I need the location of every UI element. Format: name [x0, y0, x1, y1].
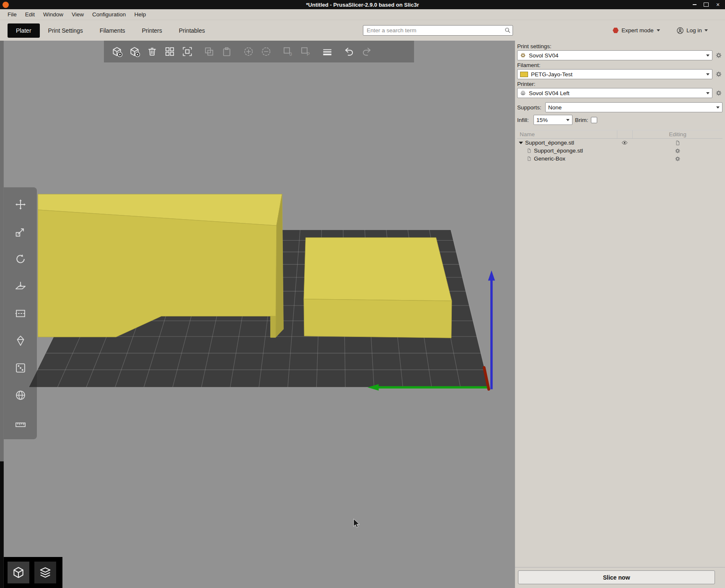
tab-printers[interactable]: Printers	[134, 23, 171, 38]
infill-label: Infill:	[517, 117, 531, 123]
undo-button[interactable]	[340, 42, 358, 61]
printer-row: Sovol SV04 Left	[517, 88, 722, 98]
right-sidebar: Print settings: Sovol SV04 Filament: PET…	[515, 41, 725, 588]
minus-circle-icon	[261, 46, 272, 57]
arrange-button[interactable]	[161, 42, 179, 61]
menu-window[interactable]: Window	[39, 9, 67, 20]
object-row-child[interactable]: Generic-Box	[517, 155, 722, 163]
printer-label: Printer:	[517, 81, 722, 87]
place-on-face-icon	[15, 280, 26, 292]
paint-supports-tool-button[interactable]	[11, 331, 30, 350]
print-settings-value: Sovol SV04	[529, 52, 704, 59]
object-row-label: Support_éponge.stl	[525, 140, 574, 146]
seam-tool-button[interactable]	[11, 358, 30, 378]
copy-icon	[204, 46, 215, 57]
tab-plater[interactable]: Plater	[8, 23, 40, 38]
mode-label: Expert mode	[621, 27, 654, 34]
redo-icon	[361, 46, 372, 57]
gear-icon	[715, 52, 722, 59]
add-object-icon	[111, 46, 122, 57]
tab-filaments[interactable]: Filaments	[91, 23, 134, 38]
increase-instances-button[interactable]	[240, 42, 257, 61]
eye-icon[interactable]	[621, 140, 628, 146]
part-icon	[526, 148, 532, 153]
place-on-face-tool-button[interactable]	[11, 277, 30, 296]
scale-tool-button[interactable]	[11, 222, 30, 241]
object-row-label: Generic-Box	[534, 155, 565, 162]
gear-icon[interactable]	[675, 148, 681, 154]
print-settings-gear-button[interactable]	[715, 52, 722, 59]
object-settings-icon[interactable]	[675, 140, 681, 146]
delete-object-button[interactable]	[126, 42, 143, 61]
measure-tool-button[interactable]	[11, 413, 30, 432]
redo-button[interactable]	[358, 42, 375, 61]
mode-selector[interactable]: Expert mode	[613, 25, 660, 36]
print-settings-preset-icon	[520, 52, 526, 58]
variable-layer-height-button[interactable]	[318, 42, 336, 61]
arrange-bed-button[interactable]	[179, 42, 196, 61]
column-visibility	[617, 130, 632, 138]
printer-combo[interactable]: Sovol SV04 Left	[517, 88, 712, 98]
brim-label: Brim:	[575, 117, 588, 123]
chevron-down-icon	[706, 92, 709, 94]
rotate-tool-button[interactable]	[11, 249, 30, 269]
paste-button[interactable]	[218, 42, 236, 61]
split-to-objects-button[interactable]	[279, 42, 297, 61]
menu-configuration[interactable]: Configuration	[88, 9, 130, 20]
chevron-down-icon	[704, 29, 708, 31]
preview-view-button[interactable]	[34, 562, 56, 583]
object-row-child[interactable]: Support_éponge.stl	[517, 147, 722, 155]
print-settings-row: Sovol SV04	[517, 50, 722, 60]
copy-button[interactable]	[200, 42, 218, 61]
login-control[interactable]: Log in	[676, 25, 708, 36]
supports-value: None	[548, 104, 715, 111]
menu-view[interactable]: View	[67, 9, 88, 20]
infill-combo[interactable]: 15%	[533, 115, 572, 125]
object-row-parent[interactable]: Support_éponge.stl	[517, 139, 722, 147]
print-settings-combo[interactable]: Sovol SV04	[517, 50, 712, 60]
editor-view-button[interactable]	[8, 562, 29, 583]
trash-icon	[147, 46, 158, 57]
object-3d-support-eponge[interactable]	[38, 194, 283, 337]
split-to-parts-button[interactable]	[297, 42, 314, 61]
filament-label: Filament:	[517, 62, 722, 68]
printer-value: Sovol SV04 Left	[529, 90, 704, 96]
filament-combo[interactable]: PETG-Jayo-Test	[517, 69, 712, 79]
object-3d-generic-box[interactable]	[304, 238, 452, 338]
filament-gear-button[interactable]	[715, 70, 722, 78]
slice-now-button[interactable]: Slice now	[518, 570, 715, 584]
menu-help[interactable]: Help	[130, 9, 150, 20]
menu-bar: File Edit Window View Configuration Help	[0, 9, 725, 20]
delete-all-button[interactable]	[143, 42, 161, 61]
print-settings-label: Print settings:	[517, 43, 722, 49]
menu-file[interactable]: File	[3, 9, 21, 20]
expert-mode-badge-icon	[613, 28, 619, 34]
tab-print-settings[interactable]: Print Settings	[40, 23, 91, 38]
gear-icon[interactable]	[675, 156, 681, 162]
close-button-icon[interactable]: ×	[715, 2, 721, 8]
minimize-button-icon[interactable]	[691, 2, 697, 8]
mmu-paint-tool-button[interactable]	[11, 386, 30, 405]
add-object-button[interactable]	[108, 42, 126, 61]
brim-checkbox[interactable]	[591, 117, 597, 123]
search-input[interactable]	[363, 25, 513, 36]
printer-gear-button[interactable]	[715, 89, 722, 97]
arrange-bed-icon	[182, 46, 193, 57]
maximize-button-icon[interactable]	[703, 2, 709, 8]
menu-edit[interactable]: Edit	[21, 9, 39, 20]
expand-triangle-icon[interactable]	[519, 142, 523, 144]
gear-icon	[715, 90, 722, 96]
infill-row: Infill: 15% Brim:	[517, 115, 722, 125]
viewport-3d[interactable]	[0, 41, 515, 588]
title-bar: *Untitled - PrusaSlicer-2.9.0 based on S…	[0, 0, 725, 9]
tab-printables[interactable]: Printables	[171, 23, 213, 38]
move-tool-button[interactable]	[11, 195, 30, 214]
printer-icon	[520, 90, 526, 96]
decrease-instances-button[interactable]	[257, 42, 275, 61]
left-edge-strip	[0, 41, 4, 461]
delete-object-icon	[129, 46, 140, 57]
split-objects-icon	[282, 46, 293, 57]
supports-combo[interactable]: None	[545, 102, 722, 112]
cut-tool-button[interactable]	[11, 304, 30, 323]
rotate-icon	[15, 253, 26, 265]
